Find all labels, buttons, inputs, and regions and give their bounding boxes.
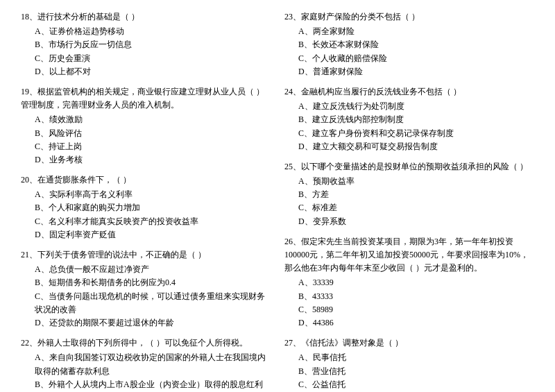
question-q24: 24、金融机构应当履行的反洗钱业务不包括（ ）A、建立反洗钱行为处罚制度B、建立… bbox=[284, 85, 534, 153]
question-q18: 18、进行技术分析的基础是（ ）A、证券价格运趋势移动B、市场行为反应一切信息C… bbox=[21, 10, 271, 78]
question-title-q20: 20、在通货膨胀条件下，（ ） bbox=[21, 173, 271, 187]
question-q23: 23、家庭财产保险的分类不包括（ ）A、两全家财险B、长效还本家财保险C、个人收… bbox=[284, 10, 534, 78]
question-title-q27: 27、《信托法》调整对象是（ ） bbox=[284, 336, 534, 350]
left-column: 18、进行技术分析的基础是（ ）A、证券价格运趋势移动B、市场行为反应一切信息C… bbox=[21, 10, 271, 392]
option-q21-2: C、当债务问题出现危机的时候，可以通过债务重组来实现财务状况的改善 bbox=[21, 290, 271, 316]
question-title-q21: 21、下列关于债务管理的说法中，不正确的是（ ） bbox=[21, 248, 271, 262]
question-q25: 25、以下哪个变量描述的是投财单位的预期收益须承担的风险（ ）A、预期收益率B、… bbox=[284, 160, 534, 228]
option-q21-1: B、短期借务和长期借务的比例应为0.4 bbox=[21, 276, 271, 289]
question-title-q23: 23、家庭财产保险的分类不包括（ ） bbox=[284, 10, 534, 24]
option-q19-1: B、风险评估 bbox=[21, 127, 271, 140]
option-q24-2: C、建立客户身份资料和交易记录保存制度 bbox=[284, 127, 534, 140]
question-q26: 26、假定宋先生当前投资某项目，期限为3年，第一年年初投资100000元，第二年… bbox=[284, 235, 534, 330]
right-column: 23、家庭财产保险的分类不包括（ ）A、两全家财险B、长效还本家财保险C、个人收… bbox=[284, 10, 534, 392]
page-container: 18、进行技术分析的基础是（ ）A、证券价格运趋势移动B、市场行为反应一切信息C… bbox=[21, 10, 534, 392]
question-q27: 27、《信托法》调整对象是（ ）A、民事信托B、营业信托C、公益信托 bbox=[284, 336, 534, 391]
option-q26-2: C、58989 bbox=[284, 303, 534, 316]
question-title-q18: 18、进行技术分析的基础是（ ） bbox=[21, 10, 271, 24]
option-q27-1: B、营业信托 bbox=[284, 365, 534, 378]
question-title-q26: 26、假定宋先生当前投资某项目，期限为3年，第一年年初投资100000元，第二年… bbox=[284, 235, 534, 275]
question-title-q22: 22、外籍人士取得的下列所得中，（ ）可以免征个人所得税。 bbox=[21, 336, 271, 350]
option-q21-3: D、还贷款的期限不要超过退休的年龄 bbox=[21, 316, 271, 330]
option-q18-3: D、以上都不对 bbox=[21, 65, 271, 78]
question-q22: 22、外籍人士取得的下列所得中，（ ）可以免征个人所得税。A、来自向我国签订双边… bbox=[21, 336, 271, 392]
option-q23-1: B、长效还本家财保险 bbox=[284, 38, 534, 51]
option-q25-1: B、方差 bbox=[284, 188, 534, 201]
question-title-q19: 19、根据监管机构的相关规定，商业银行应建立理财从业人员（ ）管理制度，完善理财… bbox=[21, 85, 271, 112]
question-title-q24: 24、金融机构应当履行的反洗钱业务不包括（ ） bbox=[284, 85, 534, 99]
option-q18-0: A、证券价格运趋势移动 bbox=[21, 25, 271, 38]
option-q22-0: A、来自向我国签订双边税收协定的国家的外籍人士在我国境内取得的储蓄存款利息 bbox=[21, 351, 271, 377]
option-q20-3: D、固定利率资产贬值 bbox=[21, 228, 271, 241]
option-q20-2: C、名义利率才能真实反映资产的投资收益率 bbox=[21, 215, 271, 228]
option-q24-3: D、建立大额交易和可疑交易报告制度 bbox=[284, 140, 534, 153]
question-q20: 20、在通货膨胀条件下，（ ）A、实际利率高于名义利率B、个人和家庭的购买力增加… bbox=[21, 173, 271, 241]
option-q20-0: A、实际利率高于名义利率 bbox=[21, 188, 271, 201]
option-q26-1: B、43333 bbox=[284, 290, 534, 303]
question-q19: 19、根据监管机构的相关规定，商业银行应建立理财从业人员（ ）管理制度，完善理财… bbox=[21, 85, 271, 167]
option-q26-0: A、33339 bbox=[284, 276, 534, 289]
option-q22-1: B、外籍个人从境内上市A股企业（内资企业）取得的股息红利 bbox=[21, 378, 271, 391]
option-q25-0: A、预期收益率 bbox=[284, 175, 534, 188]
option-q19-2: C、持证上岗 bbox=[21, 140, 271, 153]
option-q20-1: B、个人和家庭的购买力增加 bbox=[21, 201, 271, 214]
option-q23-0: A、两全家财险 bbox=[284, 25, 534, 38]
option-q18-2: C、历史会重演 bbox=[21, 52, 271, 65]
option-q25-2: C、标准差 bbox=[284, 201, 534, 214]
option-q18-1: B、市场行为反应一切信息 bbox=[21, 38, 271, 51]
option-q24-1: B、建立反洗钱内部控制制度 bbox=[284, 113, 534, 126]
option-q24-0: A、建立反洗钱行为处罚制度 bbox=[284, 100, 534, 113]
option-q21-0: A、总负债一般不应超过净资产 bbox=[21, 263, 271, 276]
option-q23-2: C、个人收藏的赔偿保险 bbox=[284, 52, 534, 65]
option-q27-2: C、公益信托 bbox=[284, 378, 534, 391]
option-q27-0: A、民事信托 bbox=[284, 351, 534, 364]
option-q19-3: D、业务考核 bbox=[21, 153, 271, 167]
option-q23-3: D、普通家财保险 bbox=[284, 65, 534, 78]
question-title-q25: 25、以下哪个变量描述的是投财单位的预期收益须承担的风险（ ） bbox=[284, 160, 534, 173]
option-q19-0: A、绩效激励 bbox=[21, 113, 271, 126]
option-q25-3: D、变异系数 bbox=[284, 215, 534, 228]
question-q21: 21、下列关于债务管理的说法中，不正确的是（ ）A、总负债一般不应超过净资产B、… bbox=[21, 248, 271, 330]
option-q26-3: D、44386 bbox=[284, 316, 534, 330]
